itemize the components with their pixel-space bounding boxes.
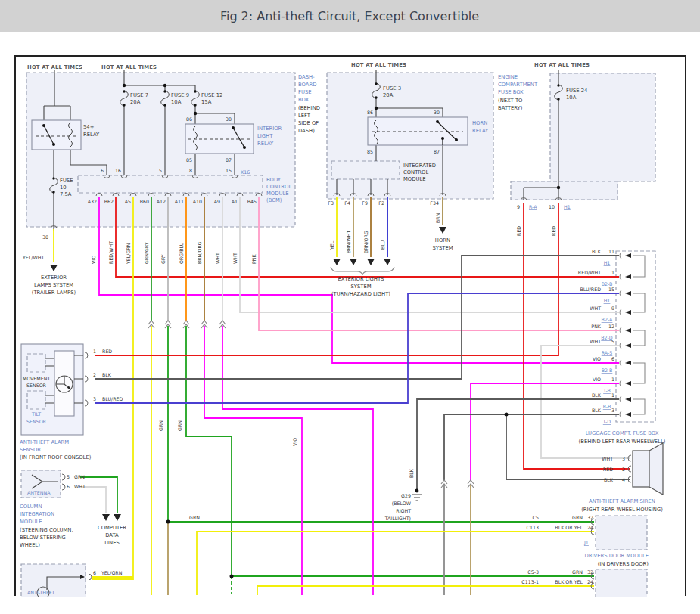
wire-red-pin9-to-siren: [524, 203, 630, 469]
movement-label2: SENSOR: [26, 383, 47, 388]
row3-conn: H1: [604, 298, 611, 303]
pin10-conn: H1: [564, 204, 571, 209]
dashbox-l6: LEFT: [298, 113, 311, 119]
hot-label-3: HOT AT ALL TIMES: [351, 62, 406, 68]
door1-grn: GRN: [572, 515, 583, 520]
row2-wire: RED/WHT: [578, 270, 601, 275]
bcm-pin-a1: A1: [232, 199, 238, 204]
icm-label1: INTEGRATED: [403, 163, 436, 169]
engbox-l3: FUSE BOX: [498, 89, 524, 95]
int-relay-label1: INTERIOR: [257, 126, 282, 132]
horn-relay-pin87: 87: [434, 149, 440, 154]
fuse9-label: FUSE 9: [171, 92, 189, 98]
fuse24-connector-box: [511, 181, 618, 200]
bcm-label1: BODY: [266, 177, 282, 183]
antenna-label: ANTENNA: [27, 490, 51, 495]
bcm-pin-b60: B60: [140, 199, 149, 204]
fuse12-amp: 15A: [201, 99, 212, 105]
row10-wire: BLK: [592, 408, 602, 413]
door1-c113: C113: [527, 525, 539, 530]
icm-label3: MODULE: [403, 176, 426, 182]
antenna-pin6-wire: WHT: [74, 484, 86, 489]
antenna-pin5: 5: [67, 474, 70, 479]
siren-4: 4: [622, 477, 625, 482]
g29-l2: RIGHT: [396, 508, 411, 513]
bcm-pin-a32: A32: [88, 199, 97, 204]
g29-name: G29: [401, 493, 411, 498]
fuse24-label: FUSE 24: [566, 88, 587, 94]
trailer-lamps-1: EXTERIOR: [41, 274, 67, 281]
bcm-pin-a5: A5: [125, 199, 131, 204]
row7-wire: VIO: [593, 356, 601, 361]
row7-num: 6: [611, 356, 614, 361]
row3-wire: BLU/RED: [580, 287, 602, 292]
dashbox-l4: BOX: [298, 97, 309, 103]
hot-label-1: HOT AT ALL TIMES: [27, 64, 82, 70]
sensor-pin2: 2: [93, 372, 96, 377]
antenna-pin5-wire: GRN: [74, 474, 85, 479]
door1-blkyel: BLK OR YEL: [555, 525, 583, 530]
bcm-label2: CONTROL: [266, 184, 291, 190]
luggage-label-2: (BEHIND LEFT REAR WHEELWELL): [579, 439, 666, 445]
row1-conn: H1: [604, 260, 611, 265]
bcm-top-pin16: 16: [115, 168, 121, 173]
siren-icon: [633, 443, 663, 495]
bottom-module-wire: YEL/GRN: [101, 570, 123, 575]
pin-arcs: [51, 175, 631, 589]
bcm-pin-b62: B62: [104, 199, 114, 204]
wire-vio-below-a9: [222, 326, 373, 595]
engbox-l2: COMPARTMENT: [498, 82, 538, 88]
drivers-door-module2-box: [596, 569, 647, 599]
wire-blured-sensor3: [95, 293, 619, 403]
cim-label1: COLUMN: [20, 504, 42, 510]
cdl-label3: LINES: [104, 540, 120, 546]
row4-wire: WHT: [590, 305, 601, 311]
relay54-label1: 54+: [83, 124, 94, 130]
relay54-label2: RELAY: [83, 132, 100, 138]
wirelabel-brnorg-f9: BRN/ORG: [363, 231, 369, 253]
siren-label-1: ANTI-THEFT ALARM SIREN: [589, 498, 655, 504]
siren-3: 3: [622, 456, 625, 461]
ext-lights-2: SYSTEM: [350, 284, 371, 290]
anti-theft-circuit-diagram: Fig 2: Anti-theft Circuit, Except Conver…: [0, 0, 700, 614]
int-relay-pin85: 85: [186, 157, 192, 163]
bcm-pin-a9: A9: [214, 199, 220, 204]
wirelabel-wht-a9: WHT: [215, 253, 220, 264]
row10-conn: T-D: [602, 419, 611, 424]
wire-grn-antenna: [80, 477, 117, 513]
midlabel-grn2: GRN: [177, 420, 182, 431]
wirelabel-brnorg: BRN/ORG: [197, 241, 202, 264]
row9-wire: BLK: [592, 392, 602, 398]
horn-system-1: HORN: [435, 237, 450, 243]
drivers-door-module1-box: [596, 516, 647, 550]
fuse10-label: FUSE: [60, 178, 73, 184]
row6-wire: WHT: [590, 339, 601, 344]
exterior-lights-brace: [331, 267, 394, 275]
sensor-label1: ANTI-THEFT ALARM: [20, 439, 69, 445]
wirelabel-orgblu: ORG/BLU: [179, 242, 184, 264]
engbox-l4: (NEXT TO: [498, 98, 522, 104]
row5-wire: PNK: [591, 324, 602, 329]
row9-conn: R-B: [603, 404, 611, 409]
engbox-l5: BATTERY): [498, 105, 523, 111]
pin9-conn: R-A: [529, 204, 537, 209]
sensor-label3: (IN FRONT ROOF CONSOLE): [20, 454, 92, 460]
pin-f2: F2: [378, 200, 384, 206]
wirelabel-pnk: PNK: [251, 253, 257, 264]
siren-2: 2: [622, 467, 625, 472]
cdl-label1: COMPUTER: [98, 525, 126, 531]
row7-conn: B2-B: [602, 367, 613, 373]
fuse10-num: 10: [60, 185, 67, 191]
wirelabel-redwht: RED/WHT: [108, 241, 114, 264]
bcm-label4: (BCM): [266, 197, 282, 203]
row8-num: 1: [611, 377, 614, 382]
wire-grn-below-a11: [186, 326, 232, 576]
bcm-top-k16: K16: [241, 169, 250, 175]
horn-system-2: SYSTEM: [432, 245, 453, 251]
hot-label-2: HOT AT ALL TIMES: [101, 64, 157, 70]
right-row-arcs: [620, 253, 621, 417]
engbox-l1: ENGINE: [498, 74, 518, 80]
wire-yel-c113-1: [257, 586, 594, 595]
pin-f4: F4: [344, 200, 350, 206]
bcm-top-pin15: 15: [226, 168, 232, 173]
